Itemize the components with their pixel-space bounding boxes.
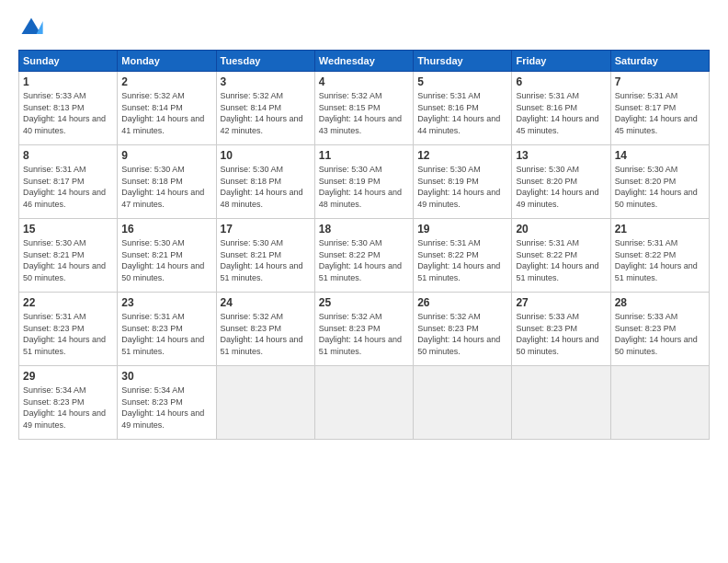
day-info: Sunrise: 5:31 AMSunset: 8:22 PMDaylight:…	[417, 237, 507, 283]
calendar-week-row: 29Sunrise: 5:34 AMSunset: 8:23 PMDayligh…	[19, 366, 710, 440]
day-info: Sunrise: 5:33 AMSunset: 8:13 PMDaylight:…	[23, 90, 113, 136]
day-info: Sunrise: 5:31 AMSunset: 8:17 PMDaylight:…	[615, 90, 705, 136]
calendar-cell: 6Sunrise: 5:31 AMSunset: 8:16 PMDaylight…	[512, 72, 610, 145]
day-number: 12	[417, 149, 507, 162]
day-number: 17	[221, 223, 311, 236]
weekday-header-friday: Friday	[512, 51, 610, 72]
day-number: 24	[221, 296, 311, 309]
day-info: Sunrise: 5:30 AMSunset: 8:19 PMDaylight:…	[319, 164, 409, 210]
day-info: Sunrise: 5:32 AMSunset: 8:14 PMDaylight:…	[221, 90, 311, 136]
calendar-cell: 30Sunrise: 5:34 AMSunset: 8:23 PMDayligh…	[118, 366, 216, 440]
calendar-cell: 5Sunrise: 5:31 AMSunset: 8:16 PMDaylight…	[414, 72, 512, 145]
day-number: 15	[23, 223, 113, 236]
calendar-cell: 7Sunrise: 5:31 AMSunset: 8:17 PMDaylight…	[610, 72, 709, 145]
day-number: 16	[121, 223, 211, 236]
calendar-week-row: 8Sunrise: 5:31 AMSunset: 8:17 PMDaylight…	[19, 145, 710, 219]
calendar-cell: 11Sunrise: 5:30 AMSunset: 8:19 PMDayligh…	[314, 145, 413, 219]
calendar-cell: 2Sunrise: 5:32 AMSunset: 8:14 PMDaylight…	[118, 72, 216, 145]
calendar-cell: 10Sunrise: 5:30 AMSunset: 8:18 PMDayligh…	[216, 145, 314, 219]
calendar-cell: 27Sunrise: 5:33 AMSunset: 8:23 PMDayligh…	[512, 293, 610, 366]
logo	[18, 15, 48, 40]
calendar-cell: 14Sunrise: 5:30 AMSunset: 8:20 PMDayligh…	[610, 145, 709, 219]
calendar-cell: 8Sunrise: 5:31 AMSunset: 8:17 PMDaylight…	[19, 145, 118, 219]
calendar-cell: 24Sunrise: 5:32 AMSunset: 8:23 PMDayligh…	[216, 293, 314, 366]
calendar-cell: 1Sunrise: 5:33 AMSunset: 8:13 PMDaylight…	[19, 72, 118, 145]
day-number: 22	[23, 296, 113, 309]
day-number: 21	[615, 223, 705, 236]
weekday-header-tuesday: Tuesday	[216, 51, 314, 72]
calendar-cell: 20Sunrise: 5:31 AMSunset: 8:22 PMDayligh…	[512, 219, 610, 293]
day-info: Sunrise: 5:30 AMSunset: 8:20 PMDaylight:…	[615, 164, 705, 210]
calendar-cell: 15Sunrise: 5:30 AMSunset: 8:21 PMDayligh…	[19, 219, 118, 293]
day-number: 11	[319, 149, 409, 162]
day-info: Sunrise: 5:30 AMSunset: 8:18 PMDaylight:…	[221, 164, 311, 210]
day-info: Sunrise: 5:30 AMSunset: 8:21 PMDaylight:…	[221, 237, 311, 283]
weekday-header-saturday: Saturday	[610, 51, 709, 72]
weekday-header-sunday: Sunday	[19, 51, 118, 72]
calendar-header: SundayMondayTuesdayWednesdayThursdayFrid…	[19, 51, 710, 72]
day-info: Sunrise: 5:30 AMSunset: 8:21 PMDaylight:…	[121, 237, 211, 283]
day-info: Sunrise: 5:30 AMSunset: 8:21 PMDaylight:…	[23, 237, 113, 283]
calendar-table: SundayMondayTuesdayWednesdayThursdayFrid…	[18, 50, 710, 440]
day-number: 1	[23, 75, 113, 88]
day-info: Sunrise: 5:32 AMSunset: 8:23 PMDaylight:…	[319, 311, 409, 357]
calendar-cell: 19Sunrise: 5:31 AMSunset: 8:22 PMDayligh…	[414, 219, 512, 293]
page: SundayMondayTuesdayWednesdayThursdayFrid…	[0, 0, 728, 563]
day-number: 13	[516, 149, 606, 162]
day-number: 3	[221, 75, 311, 88]
day-info: Sunrise: 5:31 AMSunset: 8:17 PMDaylight:…	[23, 164, 113, 210]
day-number: 19	[417, 223, 507, 236]
calendar-cell: 29Sunrise: 5:34 AMSunset: 8:23 PMDayligh…	[19, 366, 118, 440]
day-number: 23	[121, 296, 211, 309]
calendar-cell	[512, 366, 610, 440]
day-number: 30	[121, 370, 211, 383]
day-info: Sunrise: 5:31 AMSunset: 8:23 PMDaylight:…	[121, 311, 211, 357]
day-info: Sunrise: 5:30 AMSunset: 8:20 PMDaylight:…	[516, 164, 606, 210]
day-info: Sunrise: 5:33 AMSunset: 8:23 PMDaylight:…	[615, 311, 705, 357]
weekday-header-row: SundayMondayTuesdayWednesdayThursdayFrid…	[19, 51, 710, 72]
calendar-cell: 22Sunrise: 5:31 AMSunset: 8:23 PMDayligh…	[19, 293, 118, 366]
header	[18, 15, 710, 40]
day-number: 18	[319, 223, 409, 236]
day-number: 6	[516, 75, 606, 88]
calendar-cell	[314, 366, 413, 440]
day-number: 10	[221, 149, 311, 162]
calendar-cell: 21Sunrise: 5:31 AMSunset: 8:22 PMDayligh…	[610, 219, 709, 293]
day-info: Sunrise: 5:32 AMSunset: 8:23 PMDaylight:…	[417, 311, 507, 357]
calendar-cell: 18Sunrise: 5:30 AMSunset: 8:22 PMDayligh…	[314, 219, 413, 293]
logo-icon	[18, 15, 44, 40]
calendar-cell: 9Sunrise: 5:30 AMSunset: 8:18 PMDaylight…	[118, 145, 216, 219]
calendar-cell: 16Sunrise: 5:30 AMSunset: 8:21 PMDayligh…	[118, 219, 216, 293]
day-info: Sunrise: 5:33 AMSunset: 8:23 PMDaylight:…	[516, 311, 606, 357]
weekday-header-wednesday: Wednesday	[314, 51, 413, 72]
day-number: 29	[23, 370, 113, 383]
day-number: 5	[417, 75, 507, 88]
calendar-cell: 3Sunrise: 5:32 AMSunset: 8:14 PMDaylight…	[216, 72, 314, 145]
day-info: Sunrise: 5:30 AMSunset: 8:22 PMDaylight:…	[319, 237, 409, 283]
calendar-cell: 28Sunrise: 5:33 AMSunset: 8:23 PMDayligh…	[610, 293, 709, 366]
day-number: 8	[23, 149, 113, 162]
calendar-week-row: 22Sunrise: 5:31 AMSunset: 8:23 PMDayligh…	[19, 293, 710, 366]
day-number: 28	[615, 296, 705, 309]
calendar-cell: 17Sunrise: 5:30 AMSunset: 8:21 PMDayligh…	[216, 219, 314, 293]
weekday-header-thursday: Thursday	[414, 51, 512, 72]
day-number: 25	[319, 296, 409, 309]
day-info: Sunrise: 5:30 AMSunset: 8:19 PMDaylight:…	[417, 164, 507, 210]
calendar-cell: 12Sunrise: 5:30 AMSunset: 8:19 PMDayligh…	[414, 145, 512, 219]
day-info: Sunrise: 5:32 AMSunset: 8:23 PMDaylight:…	[221, 311, 311, 357]
day-info: Sunrise: 5:31 AMSunset: 8:16 PMDaylight:…	[417, 90, 507, 136]
day-number: 20	[516, 223, 606, 236]
calendar-cell	[216, 366, 314, 440]
day-info: Sunrise: 5:34 AMSunset: 8:23 PMDaylight:…	[23, 385, 113, 431]
day-number: 7	[615, 75, 705, 88]
day-number: 27	[516, 296, 606, 309]
day-info: Sunrise: 5:34 AMSunset: 8:23 PMDaylight:…	[121, 385, 211, 431]
day-info: Sunrise: 5:32 AMSunset: 8:15 PMDaylight:…	[319, 90, 409, 136]
day-number: 26	[417, 296, 507, 309]
calendar-cell: 23Sunrise: 5:31 AMSunset: 8:23 PMDayligh…	[118, 293, 216, 366]
day-number: 2	[121, 75, 211, 88]
calendar-cell: 4Sunrise: 5:32 AMSunset: 8:15 PMDaylight…	[314, 72, 413, 145]
calendar-cell	[414, 366, 512, 440]
calendar-week-row: 1Sunrise: 5:33 AMSunset: 8:13 PMDaylight…	[19, 72, 710, 145]
calendar-cell	[610, 366, 709, 440]
